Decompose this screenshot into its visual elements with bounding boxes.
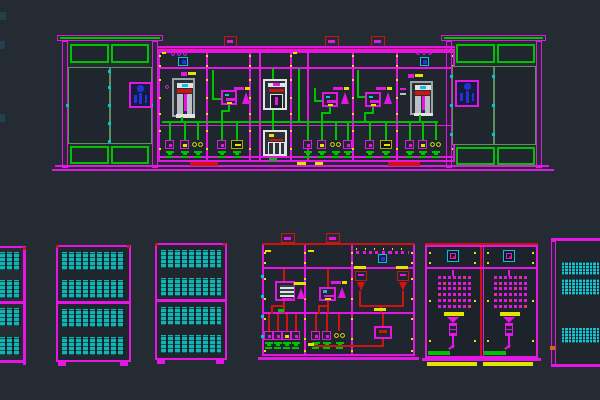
frame-bottom [551,364,600,367]
annotation-text-block [562,262,600,275]
drawing-canvas[interactable] [0,0,600,400]
annotation-text-block [562,328,600,343]
sheet [556,241,600,364]
annotation-panel[interactable] [0,0,600,400]
frame-top [551,238,600,241]
marker [550,346,555,350]
annotation-text-block [562,279,600,295]
